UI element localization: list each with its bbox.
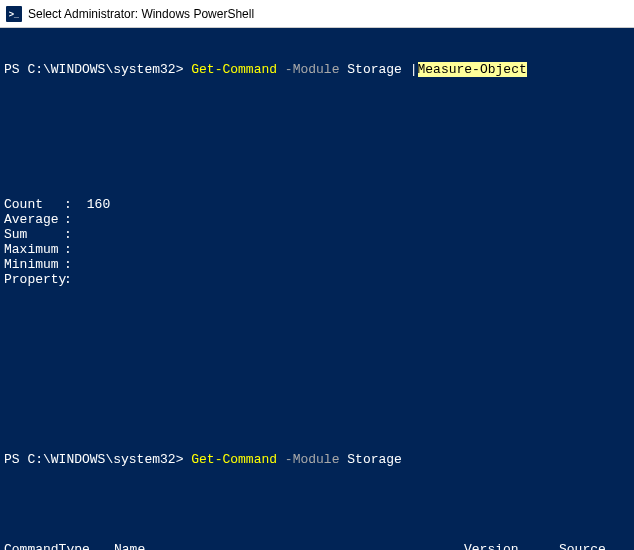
- cmdlet-get-command-1: Get-Command: [191, 62, 277, 77]
- command-line-2: PS C:\WINDOWS\system32> Get-Command -Mod…: [4, 452, 630, 467]
- pipe-1: |: [410, 62, 418, 77]
- stat-value: 160: [79, 197, 110, 212]
- header-name: Name: [114, 542, 464, 550]
- stat-colon: :: [64, 257, 79, 272]
- stat-row: Sum:: [4, 227, 630, 242]
- stat-colon: :: [64, 212, 79, 227]
- param-module-2: -Module: [277, 452, 339, 467]
- stat-label: Sum: [4, 227, 64, 242]
- stat-row: Property:: [4, 272, 630, 287]
- arg-storage-2: Storage: [339, 452, 401, 467]
- header-source: Source: [559, 542, 630, 550]
- stat-row: Average:: [4, 212, 630, 227]
- prompt-2: PS C:\WINDOWS\system32>: [4, 452, 191, 467]
- stat-label: Maximum: [4, 242, 64, 257]
- stat-row: Count: 160: [4, 197, 630, 212]
- header-version: Version: [464, 542, 559, 550]
- stat-label: Average: [4, 212, 64, 227]
- param-module-1: -Module: [277, 62, 339, 77]
- measure-output: Count: 160Average:Sum:Maximum:Minimum:Pr…: [4, 197, 630, 287]
- terminal-area[interactable]: PS C:\WINDOWS\system32> Get-Command -Mod…: [0, 28, 634, 550]
- stat-label: Count: [4, 197, 64, 212]
- header-commandtype: CommandType: [4, 542, 114, 550]
- stat-row: Minimum:: [4, 257, 630, 272]
- cmdlet-measure-object: Measure-Object: [418, 62, 527, 77]
- stat-row: Maximum:: [4, 242, 630, 257]
- stat-label: Minimum: [4, 257, 64, 272]
- powershell-icon: >_: [6, 6, 22, 22]
- window-title: Select Administrator: Windows PowerShell: [28, 7, 254, 21]
- command-line-1: PS C:\WINDOWS\system32> Get-Command -Mod…: [4, 62, 630, 77]
- prompt-1: PS C:\WINDOWS\system32>: [4, 62, 191, 77]
- window-titlebar[interactable]: >_ Select Administrator: Windows PowerSh…: [0, 0, 634, 28]
- stat-colon: :: [64, 197, 79, 212]
- table-header: CommandTypeNameVersionSource: [4, 542, 630, 550]
- arg-storage-1: Storage: [339, 62, 409, 77]
- stat-colon: :: [64, 242, 79, 257]
- stat-colon: :: [64, 227, 79, 242]
- cmdlet-get-command-2: Get-Command: [191, 452, 277, 467]
- stat-label: Property: [4, 272, 64, 287]
- stat-colon: :: [64, 272, 79, 287]
